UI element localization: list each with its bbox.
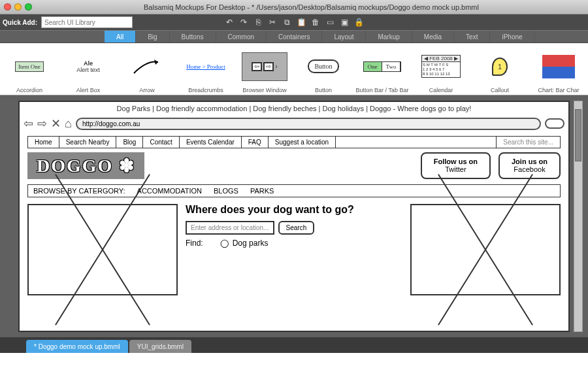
window-titlebar: Balsamiq Mockups For Desktop - * /Users/… bbox=[0, 0, 588, 14]
find-label: Find: bbox=[186, 239, 203, 248]
file-tab-doggo[interactable]: * Doggo demo mock up.bmml bbox=[26, 340, 128, 353]
home-icon[interactable]: ⌂ bbox=[65, 117, 72, 131]
tab-buttons[interactable]: Buttons bbox=[170, 31, 216, 42]
headline: Where does your dog want to go? bbox=[186, 204, 402, 216]
ui-library: Item One Accordion AleAlert text Alert B… bbox=[0, 43, 588, 95]
nav-events[interactable]: Events Calendar bbox=[180, 137, 242, 148]
paste-icon[interactable]: 📋 bbox=[295, 16, 307, 28]
category-tabs: All Big Buttons Common Containers Layout… bbox=[0, 30, 588, 43]
group-icon[interactable]: ▭ bbox=[324, 16, 336, 28]
copy-icon[interactable]: ⧉ bbox=[281, 16, 293, 28]
tab-text[interactable]: Text bbox=[454, 31, 490, 42]
lib-breadcrumbs[interactable]: Home > Product Breadcrumbs bbox=[176, 43, 235, 95]
quick-add-bar: Quick Add: ↶ ↷ ⎘ ✂ ⧉ 📋 🗑 ▭ ▣ 🔒 bbox=[0, 14, 588, 30]
mock-browser-toolbar: ⇦ ⇨ ✕ ⌂ http://doggo.com.au bbox=[20, 115, 568, 132]
quick-add-label: Quick Add: bbox=[3, 19, 37, 26]
mock-search-oval[interactable] bbox=[545, 118, 564, 129]
mock-url-bar[interactable]: http://doggo.com.au bbox=[76, 118, 541, 130]
cat-parks[interactable]: PARKS bbox=[250, 187, 274, 195]
toolbar-icons: ↶ ↷ ⎘ ✂ ⧉ 📋 🗑 ▭ ▣ 🔒 bbox=[223, 16, 365, 28]
address-input[interactable]: Enter address or location... bbox=[186, 221, 274, 235]
find-option-dog-parks[interactable]: Dog parks bbox=[233, 239, 269, 248]
ungroup-icon[interactable]: ▣ bbox=[338, 16, 350, 28]
nav-suggest[interactable]: Suggest a location bbox=[269, 137, 336, 148]
nav-blog[interactable]: Blog bbox=[116, 137, 143, 148]
tab-all[interactable]: All bbox=[105, 31, 136, 42]
lock-icon[interactable]: 🔒 bbox=[353, 16, 365, 28]
file-tabs-bar: * Doggo demo mock up.bmml YUI_grids.bmml bbox=[0, 337, 588, 353]
tab-big[interactable]: Big bbox=[136, 31, 169, 42]
redo-icon[interactable]: ↷ bbox=[238, 16, 250, 28]
join-facebook-box[interactable]: Join us onFacebook bbox=[498, 152, 561, 179]
lib-calendar[interactable]: ◀ FEB 2008 ▶S M T W T F S1 2 3 4 5 6 78 … bbox=[412, 43, 470, 95]
browse-category-bar: BROWSE BY CATERGORY: ACCOMMODATION BLOGS… bbox=[27, 184, 561, 197]
scrollbar-thumb[interactable] bbox=[575, 109, 581, 161]
back-icon[interactable]: ⇦ bbox=[24, 116, 33, 131]
delete-icon[interactable]: 🗑 bbox=[310, 16, 321, 28]
vertical-scrollbar[interactable] bbox=[574, 101, 583, 332]
lib-callout[interactable]: 1 Callout bbox=[470, 43, 529, 95]
lib-arrow[interactable]: Arrow bbox=[118, 43, 176, 95]
duplicate-icon[interactable]: ⎘ bbox=[252, 16, 264, 28]
nav-search-nearby[interactable]: Search Nearby bbox=[59, 137, 117, 148]
lib-alert-box[interactable]: AleAlert text Alert Box bbox=[59, 43, 118, 95]
undo-icon[interactable]: ↶ bbox=[223, 16, 235, 28]
window-title: Balsamiq Mockups For Desktop - * /Users/… bbox=[39, 3, 584, 11]
canvas-area: Dog Parks | Dog friendly accommodation |… bbox=[0, 95, 588, 337]
forward-icon[interactable]: ⇨ bbox=[37, 116, 47, 131]
tab-containers[interactable]: Containers bbox=[267, 31, 322, 42]
minimize-icon[interactable] bbox=[14, 3, 22, 10]
image-placeholder-left bbox=[27, 204, 178, 295]
follow-twitter-box[interactable]: Follow us onTwitter bbox=[421, 152, 491, 179]
browse-label: BROWSE BY CATERGORY: bbox=[33, 187, 125, 195]
tab-layout[interactable]: Layout bbox=[322, 31, 366, 42]
nav-contact[interactable]: Contact bbox=[143, 137, 179, 148]
image-placeholder-right bbox=[410, 204, 561, 295]
arrow-icon bbox=[131, 57, 163, 76]
lib-button[interactable]: Button Button bbox=[294, 43, 353, 95]
search-button[interactable]: Search bbox=[278, 221, 315, 235]
mockup-canvas[interactable]: Dog Parks | Dog friendly accommodation |… bbox=[18, 101, 570, 332]
tab-iphone[interactable]: iPhone bbox=[490, 31, 534, 42]
cut-icon[interactable]: ✂ bbox=[267, 16, 278, 28]
mock-main-nav: Home Search Nearby Blog Contact Events C… bbox=[27, 136, 561, 148]
nav-faq[interactable]: FAQ bbox=[242, 137, 269, 148]
search-ui-library-input[interactable] bbox=[41, 16, 133, 28]
zoom-icon[interactable] bbox=[25, 3, 32, 10]
mock-tagline: Dog Parks | Dog friendly accommodation |… bbox=[20, 102, 568, 115]
middle-column: Where does your dog want to go? Enter ad… bbox=[186, 204, 402, 295]
tab-common[interactable]: Common bbox=[216, 31, 267, 42]
file-tab-yui[interactable]: YUI_grids.bmml bbox=[129, 340, 191, 353]
tab-media[interactable]: Media bbox=[412, 31, 454, 42]
lib-accordion[interactable]: Item One Accordion bbox=[0, 43, 59, 95]
doggo-logo: DOGGO ✽ bbox=[27, 152, 144, 179]
cat-accommodation[interactable]: ACCOMMODATION bbox=[137, 187, 202, 195]
stop-icon[interactable]: ✕ bbox=[51, 116, 61, 131]
nav-home[interactable]: Home bbox=[28, 137, 59, 148]
close-icon[interactable] bbox=[4, 3, 11, 10]
cat-blogs[interactable]: BLOGS bbox=[214, 187, 238, 195]
lib-chart-bar[interactable]: Chart: Bar Char bbox=[529, 43, 588, 95]
tab-markup[interactable]: Markup bbox=[366, 31, 412, 42]
traffic-lights bbox=[4, 3, 32, 10]
lib-browser-window[interactable]: ⇦⇨› Browser Window bbox=[235, 43, 294, 95]
site-search-input[interactable]: Search this site... bbox=[496, 137, 560, 148]
lib-button-bar[interactable]: OneTwo Button Bar / Tab Bar bbox=[353, 43, 412, 95]
